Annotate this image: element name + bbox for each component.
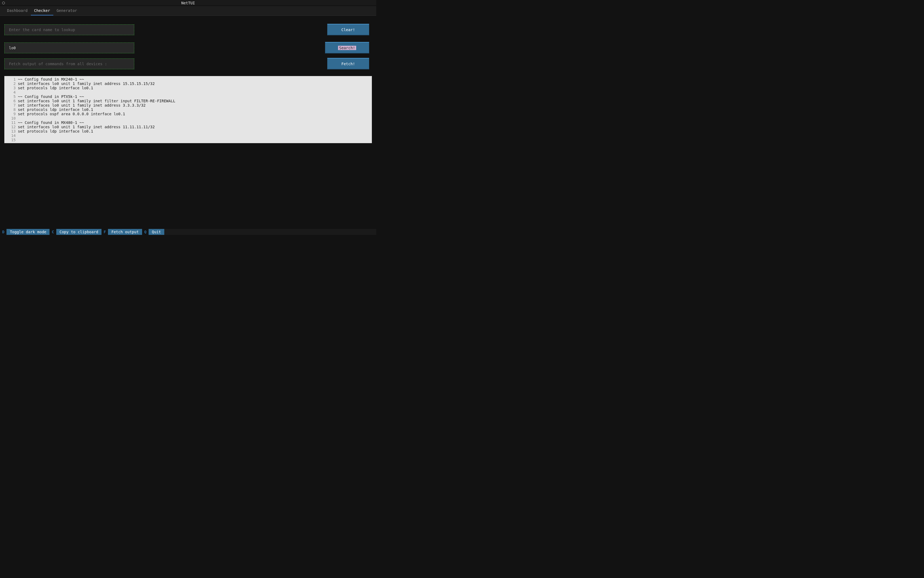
- output-pane[interactable]: 1~~ Config found in MX240-1 ~~2set inter…: [4, 76, 372, 143]
- line-number: 13: [4, 129, 18, 133]
- line-text: set interfaces lo0 unit 1 family inet ad…: [18, 125, 372, 129]
- search-input-box[interactable]: [4, 42, 134, 53]
- spacer: [4, 149, 372, 229]
- line-number: 4: [4, 90, 18, 94]
- output-line: 6set interfaces lo0 unit 1 family inet f…: [4, 99, 372, 103]
- footer-label[interactable]: Copy to clipboard: [56, 229, 101, 235]
- line-number: 8: [4, 107, 18, 112]
- card-lookup-input[interactable]: [9, 28, 130, 32]
- output-line: 5~~ Config found in PTX5k-1 ~~: [4, 94, 372, 99]
- line-text: set interfaces lo0 unit 1 family inet ad…: [18, 103, 372, 107]
- footer-bar: DToggle dark modeCCopy to clipboardFFetc…: [0, 229, 376, 235]
- line-text: [18, 133, 372, 138]
- output-line: 4: [4, 90, 372, 94]
- output-line: 15: [4, 138, 372, 142]
- output-line: 11~~ Config found in MX480-1 ~~: [4, 120, 372, 125]
- line-text: ~~ Config found in PTX5k-1 ~~: [18, 94, 372, 99]
- line-text: set protocols ldp interface lo0.1: [18, 107, 372, 112]
- line-number: 12: [4, 125, 18, 129]
- line-text: set protocols ldp interface lo0.1: [18, 86, 372, 90]
- line-number: 1: [4, 77, 18, 81]
- row-card-lookup: Clear!: [4, 24, 372, 36]
- output-line: 2set interfaces lo0 unit 1 family inet a…: [4, 81, 372, 86]
- output-line: 14: [4, 133, 372, 138]
- footer-label[interactable]: Quit: [149, 229, 164, 235]
- card-lookup-input-box[interactable]: [4, 24, 134, 35]
- line-number: 2: [4, 81, 18, 86]
- clear-button[interactable]: Clear!: [327, 24, 369, 36]
- tab-checker[interactable]: Checker: [31, 6, 53, 15]
- line-number: 11: [4, 120, 18, 125]
- output-line: 8set protocols ldp interface lo0.1: [4, 107, 372, 112]
- line-text: set interfaces lo0 unit 1 family inet fi…: [18, 99, 372, 103]
- tab-generator[interactable]: Generator: [53, 6, 80, 15]
- window-circle-icon: [2, 2, 5, 4]
- line-number: 5: [4, 94, 18, 99]
- line-text: [18, 138, 372, 142]
- main-content: Clear! Search! Fetch output of commands …: [0, 16, 376, 229]
- line-text: set protocols ldp interface lo0.1: [18, 129, 372, 133]
- fetch-button-label: Fetch!: [341, 62, 355, 66]
- title-bar: NetTUI: [0, 0, 376, 6]
- output-line: 13set protocols ldp interface lo0.1: [4, 129, 372, 133]
- footer-key[interactable]: F: [101, 229, 108, 235]
- fetch-input-box[interactable]: Fetch output of commands from all device…: [4, 58, 134, 69]
- output-line: 9set protocols ospf area 0.0.0.0 interfa…: [4, 112, 372, 116]
- footer-key[interactable]: Q: [142, 229, 149, 235]
- output-line: 10: [4, 116, 372, 120]
- footer-key[interactable]: C: [50, 229, 56, 235]
- app-title: NetTUI: [181, 1, 195, 5]
- footer-label[interactable]: Fetch output: [108, 229, 142, 235]
- clear-button-label: Clear!: [341, 28, 355, 32]
- line-text: ~~ Config found in MX480-1 ~~: [18, 120, 372, 125]
- output-line: 12set interfaces lo0 unit 1 family inet …: [4, 125, 372, 129]
- output-line: 3set protocols ldp interface lo0.1: [4, 86, 372, 90]
- fetch-input-label: Fetch output of commands from all device…: [9, 62, 107, 66]
- search-button-label: Search!: [338, 46, 356, 50]
- line-text: [18, 116, 372, 120]
- line-text: ~~ Config found in MX240-1 ~~: [18, 77, 372, 81]
- tab-bar: Dashboard Checker Generator: [0, 6, 376, 16]
- footer-key[interactable]: D: [0, 229, 6, 235]
- line-number: 7: [4, 103, 18, 107]
- row-search: Search!: [4, 42, 372, 54]
- line-number: 9: [4, 112, 18, 116]
- search-button[interactable]: Search!: [325, 42, 369, 54]
- output-line: 7set interfaces lo0 unit 1 family inet a…: [4, 103, 372, 107]
- line-number: 6: [4, 99, 18, 103]
- line-number: 15: [4, 138, 18, 142]
- tab-dashboard[interactable]: Dashboard: [4, 6, 31, 15]
- footer-label[interactable]: Toggle dark mode: [6, 229, 50, 235]
- line-number: 3: [4, 86, 18, 90]
- row-fetch: Fetch output of commands from all device…: [4, 58, 372, 70]
- search-input[interactable]: [9, 46, 130, 50]
- line-text: [18, 90, 372, 94]
- output-line: 1~~ Config found in MX240-1 ~~: [4, 77, 372, 81]
- line-text: set protocols ospf area 0.0.0.0 interfac…: [18, 112, 372, 116]
- line-number: 14: [4, 133, 18, 138]
- fetch-button[interactable]: Fetch!: [327, 58, 369, 70]
- line-number: 10: [4, 116, 18, 120]
- line-text: set interfaces lo0 unit 1 family inet ad…: [18, 81, 372, 86]
